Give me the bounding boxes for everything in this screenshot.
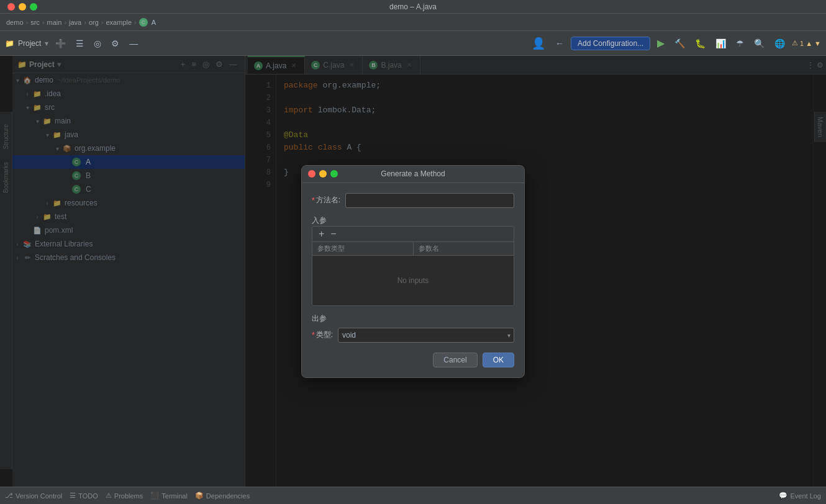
class-icon: C (139, 18, 148, 27)
bc-example[interactable]: example (106, 19, 132, 26)
bc-org[interactable]: org (89, 19, 99, 26)
user-button[interactable]: 🌐 (771, 37, 788, 50)
remove-param-button[interactable]: − (329, 229, 337, 239)
method-name-input[interactable] (345, 193, 514, 208)
add-module-button[interactable]: ➕ (52, 37, 69, 50)
dialog-title: Generate a Method (381, 169, 445, 178)
vc-icon: ⎇ (5, 492, 13, 500)
dialog-body: * 方法名: 入参 + − 参数类型 参数名 (302, 183, 524, 353)
params-toolbar: + − (312, 227, 514, 242)
terminal-button[interactable]: ⬛ Terminal (150, 492, 188, 500)
problems-icon: ⚠ (106, 492, 112, 500)
profile-run-button[interactable]: 📊 (712, 37, 729, 50)
generate-method-dialog: Generate a Method * 方法名: 入参 (301, 165, 525, 378)
type-row: * 类型: void int String boolean double lon… (312, 328, 514, 343)
window-title: demo – A.java (389, 2, 437, 11)
todo-icon: ☰ (70, 492, 76, 500)
toolbar: 📁 Project ▾ ➕ ☰ ◎ ⚙ — 👤 ← Add Configurat… (0, 31, 826, 56)
type-label: * 类型: (312, 330, 333, 340)
search-button[interactable]: 🔍 (751, 37, 768, 50)
window-controls (7, 3, 37, 11)
type-select-wrapper: void int String boolean double long Obje… (338, 328, 514, 343)
locate-button[interactable]: ◎ (91, 37, 104, 50)
minimize-button[interactable] (19, 3, 26, 11)
bc-current[interactable]: A (152, 19, 156, 26)
dialog-min-button[interactable] (319, 170, 327, 178)
bc-main[interactable]: main (47, 19, 62, 26)
output-section: 出参 * 类型: void int String boolean (312, 313, 514, 343)
bc-demo[interactable]: demo (6, 19, 24, 26)
warning-down-arrow[interactable]: ▼ (814, 40, 821, 47)
bottom-bar: ⎇ Version Control ☰ TODO ⚠ Problems ⬛ Te… (0, 487, 826, 504)
method-name-row: * 方法名: (312, 193, 514, 208)
collapse-all-button[interactable]: ☰ (73, 37, 87, 50)
project-icon: 📁 (5, 39, 14, 48)
warning-badge: ⚠ 1 ▲ ▼ (792, 39, 821, 47)
terminal-icon: ⬛ (150, 492, 159, 500)
no-inputs-label: No inputs (397, 276, 429, 285)
params-section: 入参 + − 参数类型 参数名 No inputs (312, 215, 514, 306)
deps-icon: 📦 (195, 492, 204, 500)
required-star-name: * (312, 196, 315, 205)
dialog-window-controls (308, 170, 338, 178)
build-button[interactable]: 🔨 (671, 37, 688, 50)
debug-button[interactable]: 🐛 (692, 37, 709, 50)
todo-button[interactable]: ☰ TODO (70, 492, 98, 500)
project-dropdown-icon[interactable]: ▾ (45, 39, 48, 48)
close-panel-button[interactable]: — (126, 37, 141, 50)
add-configuration-button[interactable]: Add Configuration... (571, 37, 650, 50)
dialog-titlebar: Generate a Method (302, 166, 524, 183)
output-section-label: 出参 (312, 313, 514, 324)
ok-button[interactable]: OK (483, 353, 514, 367)
profile-button[interactable]: 👤 (529, 35, 548, 52)
toolbar-right: 👤 ← Add Configuration... ▶ 🔨 🐛 📊 ☂ 🔍 🌐 ⚠… (529, 35, 821, 52)
bc-src[interactable]: src (30, 19, 40, 26)
dependencies-button[interactable]: 📦 Dependencies (195, 492, 250, 500)
eventlog-icon: 💬 (779, 492, 787, 500)
toolbar-left: 📁 Project ▾ ➕ ☰ ◎ ⚙ — (5, 37, 141, 50)
add-param-button[interactable]: + (317, 229, 325, 239)
version-control-button[interactable]: ⎇ Version Control (5, 492, 62, 500)
run-button[interactable]: ▶ (654, 35, 668, 51)
params-body: No inputs (312, 256, 514, 305)
close-button[interactable] (7, 3, 15, 11)
param-name-header: 参数名 (414, 242, 514, 255)
title-bar: demo – A.java (0, 0, 826, 14)
breadcrumb: demo › src › main › java › org › example… (0, 14, 826, 31)
dialog-overlay: Generate a Method * 方法名: 入参 (0, 56, 826, 487)
project-label[interactable]: Project (18, 39, 41, 48)
method-name-label: * 方法名: (312, 195, 340, 205)
dialog-max-button[interactable] (330, 170, 338, 178)
required-star-type: * (312, 331, 315, 340)
params-header: 参数类型 参数名 (312, 242, 514, 256)
type-select[interactable]: void int String boolean double long Obje… (338, 328, 514, 343)
params-table: + − 参数类型 参数名 No inputs (312, 226, 514, 306)
cancel-button[interactable]: Cancel (433, 353, 477, 367)
problems-button[interactable]: ⚠ Problems (106, 492, 143, 500)
param-type-header: 参数类型 (312, 242, 414, 255)
bc-java[interactable]: java (69, 19, 81, 26)
coverage-button[interactable]: ☂ (733, 37, 747, 50)
event-log-button[interactable]: 💬 Event Log (779, 492, 821, 500)
maximize-button[interactable] (30, 3, 37, 11)
dialog-actions: Cancel OK (302, 353, 524, 377)
params-section-label: 入参 (312, 215, 514, 226)
back-button[interactable]: ← (552, 37, 567, 50)
warning-up-arrow[interactable]: ▲ (806, 40, 812, 47)
settings-button[interactable]: ⚙ (108, 37, 122, 50)
dialog-close-button[interactable] (308, 170, 315, 178)
